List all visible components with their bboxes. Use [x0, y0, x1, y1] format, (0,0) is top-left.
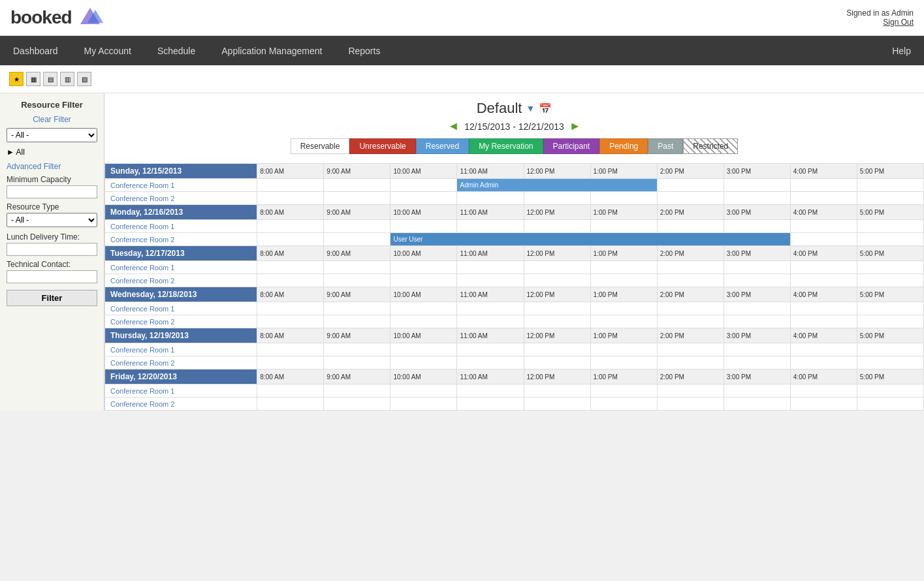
calendar-cell[interactable]	[590, 261, 657, 274]
calendar-cell[interactable]	[857, 261, 923, 274]
calendar-cell[interactable]	[724, 261, 790, 274]
calendar-cell[interactable]	[390, 398, 457, 411]
calendar-cell[interactable]	[857, 220, 923, 233]
room-label[interactable]: Conference Room 1	[105, 302, 257, 315]
calendar-cell[interactable]	[590, 398, 657, 411]
calendar-cell[interactable]	[590, 343, 657, 356]
calendar-cell[interactable]	[457, 356, 524, 369]
calendar-cell[interactable]	[390, 302, 457, 315]
calendar-cell[interactable]	[724, 356, 790, 369]
calendar-cell[interactable]	[724, 274, 790, 287]
calendar-icon[interactable]: 📅	[539, 102, 552, 115]
calendar-cell[interactable]	[657, 179, 724, 192]
calendar-cell[interactable]	[857, 356, 923, 369]
calendar-cell[interactable]	[524, 343, 590, 356]
room-label[interactable]: Conference Room 2	[105, 274, 257, 287]
calendar-cell[interactable]: User User	[390, 233, 790, 246]
calendar-cell[interactable]	[524, 220, 590, 233]
calendar-cell[interactable]	[457, 398, 524, 411]
calendar-cell[interactable]	[590, 302, 657, 315]
nav-schedule[interactable]: Schedule	[144, 36, 208, 65]
calendar-cell[interactable]	[790, 315, 857, 328]
calendar-cell[interactable]	[390, 179, 457, 192]
calendar-cell[interactable]	[324, 274, 390, 287]
room-label[interactable]: Conference Room 2	[105, 192, 257, 205]
nav-my-account[interactable]: My Account	[71, 36, 144, 65]
legend-my-reservation[interactable]: My Reservation	[469, 138, 543, 154]
calendar-cell[interactable]	[790, 261, 857, 274]
calendar-cell[interactable]	[524, 261, 590, 274]
resource-type-select[interactable]: - All -	[7, 213, 97, 227]
calendar-cell[interactable]	[790, 220, 857, 233]
calendar-cell[interactable]	[324, 302, 390, 315]
calendar-cell[interactable]	[257, 302, 324, 315]
calendar-cell[interactable]	[524, 315, 590, 328]
calendar-cell[interactable]	[457, 220, 524, 233]
calendar-cell[interactable]	[724, 192, 790, 205]
calendar-cell[interactable]	[257, 356, 324, 369]
calendar-cell[interactable]	[324, 233, 390, 246]
calendar-cell[interactable]	[657, 192, 724, 205]
calendar-cell[interactable]	[590, 220, 657, 233]
calendar-cell[interactable]	[524, 274, 590, 287]
calendar-cell[interactable]	[657, 274, 724, 287]
technical-contact-input[interactable]	[7, 270, 97, 283]
calendar-cell[interactable]	[457, 274, 524, 287]
calendar-cell[interactable]	[257, 220, 324, 233]
calendar-cell[interactable]	[657, 220, 724, 233]
legend-reservable[interactable]: Reservable	[291, 138, 350, 154]
legend-reserved[interactable]: Reserved	[416, 138, 469, 154]
calendar-cell[interactable]	[857, 179, 923, 192]
next-arrow[interactable]: ►	[569, 119, 581, 133]
calendar-cell[interactable]	[590, 274, 657, 287]
calendar-cell[interactable]	[390, 385, 457, 398]
min-capacity-input[interactable]	[7, 185, 97, 198]
view-icon-3[interactable]: ▥	[60, 72, 74, 86]
calendar-cell[interactable]	[724, 302, 790, 315]
room-label[interactable]: Conference Room 2	[105, 315, 257, 328]
calendar-cell[interactable]	[657, 315, 724, 328]
calendar-cell[interactable]	[857, 385, 923, 398]
calendar-cell[interactable]	[457, 261, 524, 274]
calendar-cell[interactable]	[590, 192, 657, 205]
room-label[interactable]: Conference Room 2	[105, 233, 257, 246]
calendar-cell[interactable]	[390, 261, 457, 274]
calendar-cell[interactable]	[790, 302, 857, 315]
calendar-cell[interactable]	[390, 192, 457, 205]
room-label[interactable]: Conference Room 1	[105, 179, 257, 192]
calendar-cell[interactable]	[457, 343, 524, 356]
calendar-cell[interactable]	[257, 343, 324, 356]
calendar-cell[interactable]	[590, 315, 657, 328]
calendar-cell[interactable]	[857, 315, 923, 328]
room-label[interactable]: Conference Room 1	[105, 261, 257, 274]
calendar-cell[interactable]	[857, 302, 923, 315]
sign-out-link[interactable]: Sign Out	[846, 18, 914, 27]
calendar-cell[interactable]	[257, 385, 324, 398]
calendar-cell[interactable]	[257, 398, 324, 411]
calendar-cell[interactable]	[724, 315, 790, 328]
calendar-cell[interactable]	[590, 356, 657, 369]
calendar-cell[interactable]	[790, 356, 857, 369]
calendar-cell[interactable]	[790, 398, 857, 411]
calendar-cell[interactable]	[257, 315, 324, 328]
room-label[interactable]: Conference Room 1	[105, 343, 257, 356]
view-icon-1[interactable]: ▦	[26, 72, 40, 86]
room-label[interactable]: Conference Room 2	[105, 356, 257, 369]
nav-help[interactable]: Help	[879, 36, 924, 65]
calendar-cell[interactable]	[257, 192, 324, 205]
calendar-cell[interactable]	[857, 398, 923, 411]
calendar-cell[interactable]	[324, 356, 390, 369]
calendar-cell[interactable]	[790, 233, 857, 246]
nav-reports[interactable]: Reports	[335, 36, 393, 65]
calendar-cell[interactable]	[790, 179, 857, 192]
legend-unreservable[interactable]: Unreservable	[349, 138, 415, 154]
calendar-cell[interactable]	[324, 192, 390, 205]
prev-arrow[interactable]: ◄	[447, 119, 459, 133]
clear-filter-anchor[interactable]: Clear Filter	[33, 115, 71, 124]
calendar-cell[interactable]	[390, 315, 457, 328]
calendar-cell[interactable]	[324, 398, 390, 411]
calendar-cell[interactable]	[257, 233, 324, 246]
calendar-cell[interactable]	[790, 385, 857, 398]
calendar-cell[interactable]	[724, 343, 790, 356]
calendar-cell[interactable]	[724, 385, 790, 398]
